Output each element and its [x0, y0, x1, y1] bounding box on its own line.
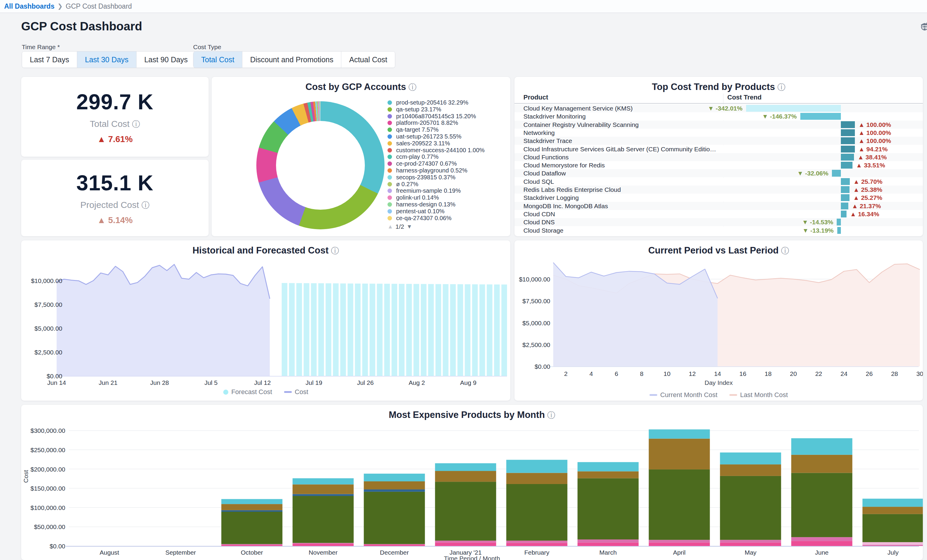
stacked-bar-segment	[720, 452, 781, 464]
legend-item[interactable]: ø 0.27%	[388, 181, 507, 188]
legend-swatch	[729, 394, 737, 396]
stacked-bar-segment	[863, 507, 923, 514]
legend-label: prod-setup-205416 32.29%	[396, 100, 468, 106]
legend-item[interactable]: golink-url 0.14%	[388, 194, 507, 201]
x-axis-tick: Jul 5	[193, 379, 229, 386]
legend-swatch	[649, 394, 657, 396]
legend-item[interactable]: ccm-play 0.77%	[388, 154, 507, 160]
info-icon[interactable]: ⓘ	[132, 120, 140, 129]
cost-by-gcp-accounts-card: Cost by GCP Accountsⓘ prod-setup-205416 …	[212, 77, 510, 236]
legend-item[interactable]: prod-setup-205416 32.29%	[388, 100, 507, 106]
y-axis-tick: $250,000.00	[24, 446, 65, 454]
table-row[interactable]: Cloud Key Management Service (KMS)▼ -342…	[514, 104, 923, 112]
total-cost-delta: ▲ 7.61%	[97, 134, 133, 144]
table-row[interactable]: Stackdriver Monitoring▼ -146.37%	[514, 112, 923, 120]
cost-trend-bar	[837, 219, 841, 226]
kebab-menu-icon[interactable]	[920, 22, 927, 32]
legend-item[interactable]: uat-setup-261723 5.55%	[388, 134, 507, 140]
table-row[interactable]: Networking▲ 100.00%	[514, 129, 923, 137]
breadcrumb-all-dashboards-link[interactable]: All Dashboards	[4, 2, 55, 11]
legend-dot	[388, 175, 392, 180]
stacked-bar-segment	[649, 540, 710, 542]
x-axis-tick: 16	[734, 370, 752, 377]
info-icon[interactable]: ⓘ	[408, 83, 416, 92]
comparison-x-axis-title: Day Index	[514, 379, 923, 386]
legend-item[interactable]: platform-205701 8.82%	[388, 120, 507, 126]
stacked-bar-segment	[293, 496, 354, 543]
table-row[interactable]: Cloud Dataflow▼ -32.06%	[514, 169, 923, 177]
cost-type-option-discount-and-promotions[interactable]: Discount and Promotions	[242, 52, 341, 68]
legend-item[interactable]: Current Month Cost	[649, 391, 717, 399]
stacked-bar-segment	[506, 473, 568, 484]
x-axis-tick: 22	[810, 370, 828, 377]
legend-label: Current Month Cost	[660, 391, 717, 399]
info-icon[interactable]: ⓘ	[141, 201, 149, 210]
legend-item[interactable]: pentest-uat 0.10%	[388, 208, 507, 215]
stacked-bar-segment	[792, 541, 853, 546]
legend-dot	[388, 202, 392, 207]
breadcrumb: All Dashboards ❯ GCP Cost Dashboard	[0, 0, 927, 13]
stacked-bar-segment	[577, 539, 639, 542]
stacked-bar-segment	[222, 504, 283, 510]
cost-trend-bar	[841, 203, 848, 209]
x-axis-tick: Aug 9	[450, 379, 486, 386]
table-row[interactable]: Cloud Infrastructure Services GitLab Ser…	[514, 145, 923, 153]
legend-item[interactable]: Last Month Cost	[729, 391, 788, 399]
stacked-bar-segment	[222, 510, 283, 512]
table-row[interactable]: Redis Labs Redis Enterprise Cloud▲ 25.38…	[514, 185, 923, 194]
legend-item[interactable]: freemium-sample 0.19%	[388, 188, 507, 194]
legend-item[interactable]: qa-target 7.57%	[388, 127, 507, 133]
legend-item[interactable]: harness-design 0.13%	[388, 201, 507, 208]
table-row[interactable]: Cloud SQL▲ 25.70%	[514, 178, 923, 185]
cost-type-option-total-cost[interactable]: Total Cost	[193, 52, 242, 68]
x-axis-tick: 14	[708, 370, 726, 377]
stacked-bar-segment	[435, 471, 496, 482]
stacked-bar-segment	[720, 542, 781, 546]
table-row[interactable]: Cloud CDN▲ 16.34%	[514, 210, 923, 218]
time-range-option-last-30-days[interactable]: Last 30 Days	[77, 52, 136, 68]
cost-type-option-actual-cost[interactable]: Actual Cost	[341, 52, 395, 68]
legend-dot	[388, 100, 392, 105]
stacked-bar-segment	[222, 545, 283, 546]
time-range-option-last-90-days[interactable]: Last 90 Days	[136, 52, 196, 68]
legend-dot	[388, 114, 392, 118]
table-row[interactable]: Stackdriver Logging▲ 25.27%	[514, 194, 923, 202]
table-row[interactable]: MongoDB Inc. MongoDB Atlas▲ 21.37%	[514, 202, 923, 210]
stacked-bar-segment	[577, 462, 639, 471]
legend-item[interactable]: sales-209522 3.11%	[388, 140, 507, 147]
legend-item[interactable]: Cost	[284, 388, 308, 396]
stacked-bar-segment	[222, 544, 283, 545]
x-axis-tick: 8	[633, 370, 651, 377]
historical-forecast-card: Historical and Forecasted Costⓘ $10,000.…	[21, 240, 510, 401]
table-row[interactable]: Stackdriver Trace▲ 100.00%	[514, 137, 923, 145]
time-range-option-last-7-days[interactable]: Last 7 Days	[22, 52, 77, 68]
table-row[interactable]: Cloud Memorystore for Redis▲ 33.51%	[514, 161, 923, 169]
legend-item[interactable]: harness-playground 0.52%	[388, 167, 507, 174]
stacked-bar-segment	[293, 494, 354, 496]
legend-item[interactable]: Forecast Cost	[223, 388, 272, 396]
legend-item[interactable]: customer-success-244100 1.00%	[388, 147, 507, 154]
x-axis-tick: 28	[886, 370, 903, 377]
stacked-bar-segment	[577, 478, 639, 539]
y-axis-tick: $2,500.00	[514, 341, 550, 349]
x-axis-tick: 10	[658, 370, 676, 377]
legend-item[interactable]: ce-qa-274307 0.06%	[388, 215, 507, 222]
info-icon[interactable]: ⓘ	[777, 83, 786, 92]
table-row[interactable]: Cloud Storage▼ -13.19%	[514, 226, 923, 234]
legend-item[interactable]: pr10406a87045145c3 15.20%	[388, 113, 507, 120]
product-name: Cloud Functions	[523, 154, 569, 161]
cost-trend-bar	[841, 154, 854, 161]
cost-trend-bar	[841, 129, 855, 136]
legend-page-down-icon[interactable]: ▼	[407, 223, 412, 230]
legend-dot	[388, 182, 392, 187]
legend-swatch	[223, 390, 228, 395]
legend-item[interactable]: qa-setup 23.17%	[388, 106, 507, 113]
legend-item[interactable]: ce-prod-274307 0.67%	[388, 161, 507, 167]
legend-page-up-icon[interactable]: ▲	[388, 223, 393, 230]
table-row[interactable]: Cloud DNS▼ -14.53%	[514, 218, 923, 226]
table-row[interactable]: Container Registry Vulnerability Scannin…	[514, 121, 923, 129]
legend-item[interactable]: secops-239815 0.37%	[388, 174, 507, 181]
table-row[interactable]: Cloud Functions▲ 38.41%	[514, 153, 923, 161]
legend-label: customer-success-244100 1.00%	[396, 147, 485, 154]
product-name: Cloud Dataflow	[523, 170, 566, 177]
